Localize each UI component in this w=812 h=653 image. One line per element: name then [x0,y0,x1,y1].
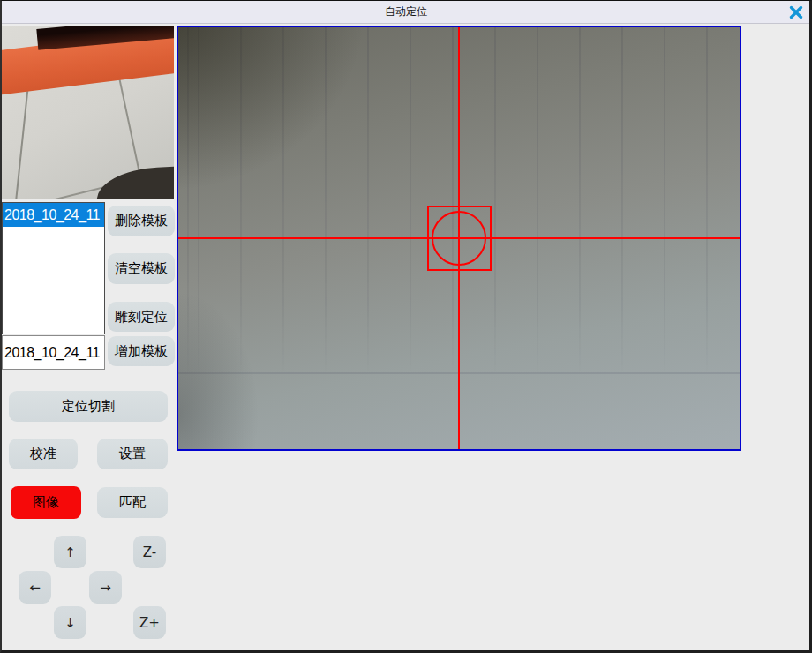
calibrate-button[interactable]: 校准 [9,439,78,469]
title-bar: 自动定位 [0,0,812,24]
template-preview-image [0,26,174,199]
match-button[interactable]: 匹配 [97,487,168,518]
template-list[interactable]: 2018_10_24_11 [2,202,105,334]
dialog-title: 自动定位 [385,4,427,19]
camera-view [177,26,741,451]
clear-templates-button[interactable]: 清空模板 [108,253,175,284]
close-button[interactable] [788,4,804,20]
delete-template-button[interactable]: 删除模板 [108,206,175,236]
dark-object-shape [95,167,174,199]
image-button[interactable]: 图像 [11,486,81,519]
settings-button[interactable]: 设置 [97,439,168,469]
jog-up-button[interactable]: ↑ [54,536,86,568]
engrave-position-button[interactable]: 雕刻定位 [108,302,175,332]
jog-left-button[interactable]: ← [19,571,51,604]
auto-position-dialog: 自动定位 2018_10_24_11 删除模板 清空模板 雕刻定位 增加模板 定… [0,0,812,653]
template-list-item[interactable]: 2018_10_24_11 [3,203,104,227]
jog-down-button[interactable]: ↓ [54,606,86,639]
template-name-input[interactable] [2,335,105,370]
target-circle-overlay [432,211,486,266]
add-template-button[interactable]: 增加模板 [108,336,175,366]
jog-z-plus-button[interactable]: Z+ [133,606,166,639]
close-icon [789,5,803,19]
jog-right-button[interactable]: → [89,571,122,604]
jog-z-minus-button[interactable]: Z- [133,536,166,568]
tile-grout-line [15,80,30,199]
position-cut-button[interactable]: 定位切割 [9,391,168,422]
